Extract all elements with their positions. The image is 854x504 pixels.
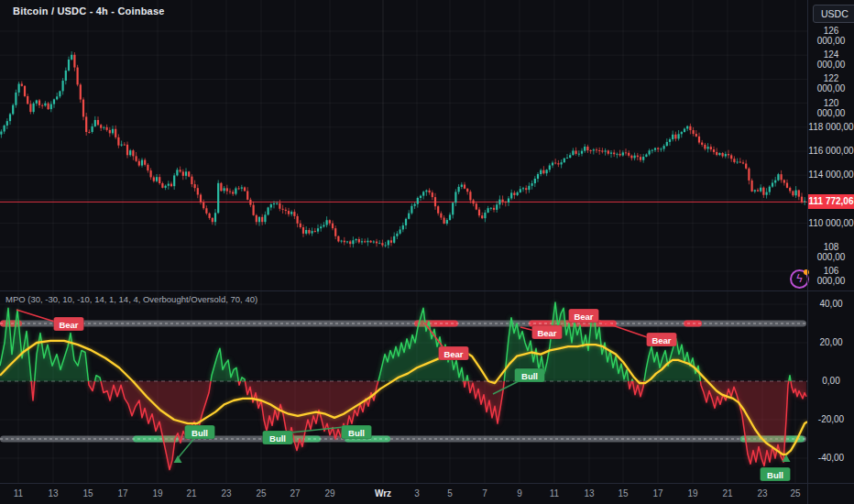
candle-body <box>376 242 378 244</box>
time-tick-label: 23 <box>221 488 231 499</box>
candle-body <box>159 177 160 183</box>
candle-body <box>173 175 175 186</box>
candle-body <box>693 130 695 134</box>
candle-body <box>297 216 299 224</box>
candle-body <box>41 105 43 106</box>
bull-label[interactable]: Bull <box>515 368 545 382</box>
candle-body <box>194 184 196 188</box>
candle-body <box>473 200 475 203</box>
bear-label[interactable]: Bear <box>439 346 469 360</box>
candle-body <box>38 100 40 104</box>
bull-label[interactable]: Bull <box>342 425 372 439</box>
candle-body <box>730 155 732 159</box>
candle-body <box>308 230 310 234</box>
candle-body <box>420 196 422 198</box>
candle-body <box>681 132 683 134</box>
candle-body <box>561 162 563 164</box>
candle-body <box>701 143 703 145</box>
bull-label[interactable]: Bull <box>761 467 791 481</box>
candle-body <box>596 149 597 150</box>
bull-label[interactable]: Bull <box>185 425 215 439</box>
boost-button[interactable]: ϟ <box>790 269 809 289</box>
candle-body <box>578 154 580 155</box>
pane-separator[interactable] <box>0 290 854 291</box>
candle-body <box>21 83 23 85</box>
candle-body <box>458 187 460 192</box>
candle-body <box>569 155 571 158</box>
price-tick-label: 106 000,00 <box>808 266 854 286</box>
candle-body <box>317 228 319 231</box>
price-tick-label: 108 000,00 <box>808 242 854 262</box>
bear-label[interactable]: Bear <box>54 317 84 331</box>
time-tick-label: Wrz <box>375 488 391 499</box>
candle-body <box>285 210 287 211</box>
candle-body <box>393 236 395 243</box>
candle-body <box>798 191 800 197</box>
price-tick-label: 118 000,00 <box>808 122 854 132</box>
candle-body <box>437 206 439 214</box>
time-axis[interactable]: 11131517192123252729Wrz35791113151719212… <box>0 484 854 504</box>
candle-body <box>138 161 140 166</box>
bear-label[interactable]: Bear <box>569 309 599 323</box>
candle-body <box>112 129 114 134</box>
candle-body <box>71 55 72 60</box>
candle-body <box>522 188 524 189</box>
candle-body <box>214 213 216 222</box>
candle-body <box>29 104 31 112</box>
candle-body <box>53 99 55 104</box>
candle-body <box>789 188 791 192</box>
bear-label[interactable]: Bear <box>647 333 677 346</box>
candle-body <box>637 156 639 157</box>
candle-body <box>273 203 275 204</box>
candle-body <box>487 208 489 213</box>
candle-body <box>429 191 431 192</box>
candle-body <box>290 212 292 214</box>
svg-text:Bull: Bull <box>192 428 208 438</box>
candle-body <box>62 81 64 91</box>
candle-body <box>672 135 673 139</box>
candle-body <box>581 151 583 154</box>
candle-body <box>707 147 709 148</box>
candle-body <box>684 128 685 132</box>
candle-body <box>15 93 16 105</box>
candle-body <box>411 206 412 214</box>
price-pane[interactable] <box>0 0 808 291</box>
candle-body <box>777 174 779 181</box>
candle-body <box>381 243 383 245</box>
candle-body <box>212 218 214 222</box>
candle-body <box>334 228 336 236</box>
candle-body <box>367 241 368 243</box>
time-tick-label: 11 <box>14 488 23 499</box>
candle-body <box>176 170 178 175</box>
candle-body <box>115 129 116 137</box>
indicator-legend[interactable]: MPO (30, -30, 10, -10, 14, 1, 14, 4, Ove… <box>5 294 257 304</box>
candle-body <box>94 120 96 126</box>
candle-body <box>414 204 416 206</box>
candle-body <box>601 150 603 151</box>
time-tick-label: 9 <box>517 488 522 499</box>
indicator-pane[interactable]: BearBearBearBearBearBullBullBullBullBull <box>0 291 808 484</box>
svg-text:Bear: Bear <box>651 335 671 345</box>
candle-body <box>249 200 251 205</box>
candle-body <box>270 204 272 207</box>
candle-body <box>728 154 729 155</box>
price-tick-label: 122 000,00 <box>808 73 854 93</box>
candle-body <box>645 155 647 157</box>
candle-body <box>476 203 477 209</box>
candle-body <box>276 203 278 204</box>
bull-label[interactable]: Bull <box>263 431 293 444</box>
candle-body <box>586 147 588 150</box>
candle-body <box>443 218 445 224</box>
price-axis[interactable]: 126 000,00124 000,00122 000,00120 000,00… <box>808 0 854 484</box>
time-axis-separator <box>0 483 854 484</box>
candle-body <box>77 68 79 85</box>
candle-body <box>349 241 351 244</box>
symbol-title[interactable]: Bitcoin / USDC - 4h - Coinbase <box>13 5 165 16</box>
candle-body <box>781 174 783 180</box>
candle-body <box>422 192 424 195</box>
bear-label[interactable]: Bear <box>532 325 563 339</box>
candle-body <box>0 132 2 135</box>
candle-body <box>630 156 632 159</box>
candle-body <box>373 242 375 243</box>
candle-body <box>85 116 87 132</box>
